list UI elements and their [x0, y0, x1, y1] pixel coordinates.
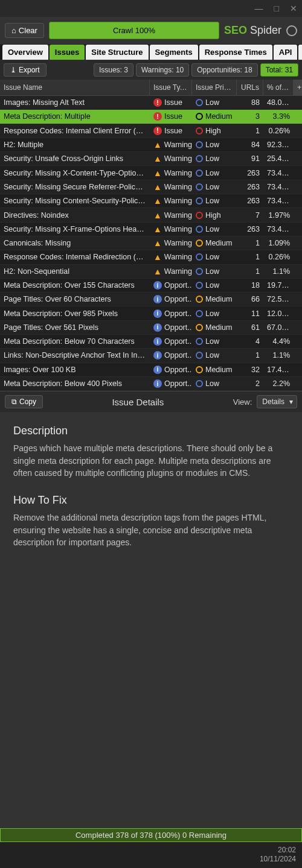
sync-icon[interactable] [286, 25, 297, 36]
clock-date: 10/11/2024 [6, 855, 296, 864]
crawl-button[interactable]: Crawl 100% [49, 22, 219, 39]
warning-icon: ▲ [153, 182, 162, 192]
cell-priority: Low [192, 183, 237, 191]
cell-type: !Issue [150, 127, 192, 135]
cell-priority: Low [192, 154, 237, 163]
cell-type: ▲Warning [150, 238, 192, 248]
add-column-button[interactable]: + [294, 80, 302, 95]
table-row[interactable]: Meta Description: Below 400 PixelsiOppor… [0, 377, 302, 391]
col-issue-name[interactable]: Issue Name [0, 80, 150, 95]
clear-button[interactable]: ⌂ Clear [5, 23, 44, 38]
tab-site-structure[interactable]: Site Structure [86, 45, 148, 60]
cell-type: iOpport... [150, 281, 192, 290]
export-label: Export [19, 66, 40, 74]
table-row[interactable]: H2: Non-Sequential▲WarningLow11.1% [0, 265, 302, 279]
cell-type: ▲Warning [150, 154, 192, 163]
warning-icon: ▲ [153, 267, 162, 276]
priority-icon [196, 239, 203, 247]
table-row[interactable]: Response Codes: Internal Redirection (3x… [0, 250, 302, 264]
cell-percent: 73.46% [263, 197, 294, 205]
col-percent[interactable]: % of ... [263, 80, 294, 95]
cell-priority: Medium [192, 366, 237, 374]
copy-button[interactable]: ⧉ Copy [5, 395, 43, 408]
cell-urls: 7 [237, 211, 263, 220]
warnings-count-pill[interactable]: Warnings: 10 [136, 63, 189, 77]
cell-priority: Low [192, 281, 237, 290]
cell-name: Page Titles: Over 561 Pixels [0, 323, 150, 332]
tab-api[interactable]: API [274, 45, 298, 60]
cell-type: ▲Warning [150, 182, 192, 192]
priority-icon [196, 324, 203, 331]
cell-urls: 1 [237, 267, 263, 276]
cell-priority: Medium [192, 295, 237, 303]
tab-response-times[interactable]: Response Times [199, 45, 272, 60]
priority-icon [196, 268, 203, 275]
maximize-button[interactable]: □ [274, 4, 279, 13]
table-row[interactable]: Security: Missing X-Content-Type-Options… [0, 166, 302, 180]
table-row[interactable]: Directives: Noindex▲WarningHigh71.97% [0, 208, 302, 222]
priority-icon [196, 127, 203, 135]
cell-name: Links: Non-Descriptive Anchor Text In In… [0, 351, 150, 360]
col-urls[interactable]: URLs [237, 80, 263, 95]
cell-urls: 88 [237, 98, 263, 107]
opportunity-icon: i [153, 295, 162, 303]
tab-spelling-g[interactable]: Spelling & G [298, 45, 302, 60]
warning-icon: ▲ [153, 252, 162, 262]
cell-name: Response Codes: Internal Redirection (3x… [0, 253, 150, 261]
table-row[interactable]: Canonicals: Missing▲WarningMedium11.09% [0, 236, 302, 250]
table-row[interactable]: Meta Description: Below 70 CharactersiOp… [0, 335, 302, 349]
tab-overview[interactable]: Overview [2, 45, 48, 60]
cell-priority: Low [192, 267, 237, 276]
details-body: Description Pages which have multiple me… [0, 412, 302, 828]
table-row[interactable]: Response Codes: Internal Client Error (4… [0, 124, 302, 138]
cell-type: iOpport... [150, 309, 192, 318]
table-row[interactable]: Security: Missing X-Frame-Options Header… [0, 223, 302, 236]
tab-segments[interactable]: Segments [150, 45, 198, 60]
cell-percent: 17.49% [263, 366, 294, 374]
table-row[interactable]: Security: Missing Secure Referrer-Policy… [0, 180, 302, 194]
col-issue-type[interactable]: Issue Ty... ▲ [150, 80, 192, 95]
cell-type: iOpport... [150, 379, 192, 388]
total-count-pill[interactable]: Total: 31 [260, 63, 298, 77]
cell-urls: 61 [237, 323, 263, 332]
minimize-button[interactable]: — [255, 4, 263, 13]
table-row[interactable]: Meta Description: Over 155 CharactersiOp… [0, 279, 302, 293]
cell-name: Meta Description: Multiple [0, 112, 150, 121]
table-row[interactable]: Security: Missing Content-Security-Polic… [0, 194, 302, 208]
table-row[interactable]: Page Titles: Over 60 CharactersiOpport..… [0, 293, 302, 306]
cell-name: Meta Description: Below 70 Characters [0, 337, 150, 346]
cell-priority: Medium [192, 112, 237, 121]
cell-type: iOpport... [150, 366, 192, 374]
opportunity-icon: i [153, 309, 162, 318]
table-row[interactable]: Meta Description: Multiple!IssueMedium33… [0, 110, 302, 124]
table-row[interactable]: Links: Non-Descriptive Anchor Text In In… [0, 349, 302, 363]
priority-icon [196, 296, 203, 303]
issues-count-pill[interactable]: Issues: 3 [94, 63, 133, 77]
opportunity-icon: i [153, 281, 162, 290]
priority-icon [196, 155, 203, 162]
opportunities-count-pill[interactable]: Opportunities: 18 [191, 63, 257, 77]
priority-icon [196, 282, 203, 289]
table-row[interactable]: Meta Description: Over 985 PixelsiOpport… [0, 306, 302, 320]
col-issue-priority[interactable]: Issue Prio... [192, 80, 237, 95]
chevron-down-icon: ▾ [289, 398, 293, 406]
tab-issues[interactable]: Issues [50, 45, 85, 60]
table-row[interactable]: Images: Over 100 KBiOpport...Medium3217.… [0, 363, 302, 377]
cell-priority: High [192, 127, 237, 135]
cell-type: ▲Warning [150, 224, 192, 234]
cell-percent: 73.46% [263, 225, 294, 233]
cell-type: ▲Warning [150, 168, 192, 178]
view-select[interactable]: Details ▾ [257, 395, 297, 408]
cell-percent: 1.1% [263, 351, 294, 360]
table-row[interactable]: Page Titles: Over 561 PixelsiOpport...Me… [0, 321, 302, 335]
cell-priority: Low [192, 337, 237, 346]
copy-icon: ⧉ [11, 398, 17, 406]
cell-urls: 1 [237, 253, 263, 261]
warning-icon: ▲ [153, 224, 162, 234]
table-row[interactable]: Images: Missing Alt Text!IssueLow8848.09… [0, 96, 302, 110]
table-row[interactable]: Security: Unsafe Cross-Origin Links▲Warn… [0, 152, 302, 166]
close-button[interactable]: ✕ [290, 4, 297, 13]
cell-percent: 4.4% [263, 337, 294, 346]
table-row[interactable]: H2: Multiple▲WarningLow8492.31% [0, 138, 302, 152]
export-button[interactable]: ⤓ Export [4, 63, 47, 77]
